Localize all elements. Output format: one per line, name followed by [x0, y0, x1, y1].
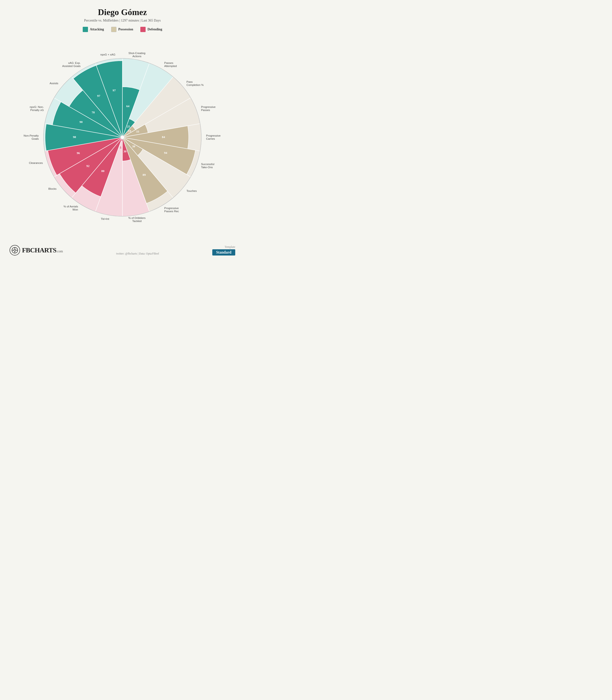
- svg-text:Non-Penalty: Non-Penalty: [24, 134, 39, 137]
- attacking-swatch: [83, 27, 88, 32]
- svg-text:npxG: Non-: npxG: Non-: [30, 106, 44, 108]
- logo-text-group: FBCHARTS.com: [22, 246, 63, 254]
- svg-text:Blocks: Blocks: [48, 187, 56, 190]
- legend-attacking: Attacking: [83, 27, 104, 32]
- svg-text:Won: Won: [72, 208, 78, 211]
- svg-text:92: 92: [86, 164, 89, 168]
- svg-text:Actions: Actions: [133, 55, 141, 58]
- svg-text:30: 30: [123, 149, 126, 153]
- svg-text:Pass: Pass: [186, 80, 193, 83]
- legend: Attacking Possession Defending: [83, 27, 162, 32]
- template-label: Template: [212, 245, 235, 249]
- svg-text:98: 98: [73, 135, 76, 139]
- svg-text:Penalty xG: Penalty xG: [30, 109, 44, 111]
- attacking-label: Attacking: [90, 27, 104, 31]
- svg-text:Carries: Carries: [206, 137, 215, 140]
- twitter-info: twitter: @fbcharts | Data: Opta/FBref: [116, 252, 159, 256]
- logo-text: FBCHARTS: [22, 246, 56, 254]
- template-badge: Standard: [212, 249, 235, 256]
- svg-text:Clearances: Clearances: [29, 161, 43, 164]
- possession-swatch: [111, 27, 116, 32]
- svg-text:Progressive: Progressive: [201, 106, 215, 108]
- logo-com: .com: [56, 250, 63, 253]
- svg-text:Touches: Touches: [186, 189, 197, 192]
- legend-possession: Possession: [111, 27, 133, 32]
- svg-text:80: 80: [101, 169, 105, 173]
- footer: FBCHARTS.com twitter: @fbcharts | Data: …: [5, 243, 240, 256]
- svg-text:Shot-Creating: Shot-Creating: [128, 52, 145, 55]
- svg-point-74: [14, 249, 16, 251]
- defending-swatch: [140, 27, 145, 32]
- svg-text:Take-Ons: Take-Ons: [201, 166, 213, 169]
- defending-label: Defending: [148, 27, 162, 31]
- svg-text:97: 97: [97, 94, 100, 98]
- radar-chart: 64251933849430893080929698907897975Shot-…: [15, 37, 230, 240]
- svg-text:Successful: Successful: [201, 163, 214, 165]
- svg-text:Tkl+Int: Tkl+Int: [101, 217, 110, 220]
- possession-label: Possession: [118, 27, 133, 31]
- svg-text:96: 96: [77, 151, 80, 155]
- svg-point-24: [121, 135, 124, 139]
- svg-text:Tackled: Tackled: [132, 220, 141, 223]
- svg-text:xAG: Exp.: xAG: Exp.: [68, 62, 81, 64]
- svg-text:Passes Rec: Passes Rec: [164, 210, 179, 213]
- legend-defending: Defending: [140, 27, 162, 32]
- svg-text:94: 94: [164, 151, 167, 154]
- svg-text:25: 25: [127, 125, 130, 128]
- svg-text:Progressive: Progressive: [164, 207, 179, 210]
- svg-text:Assists: Assists: [50, 82, 58, 85]
- svg-text:5: 5: [120, 146, 121, 149]
- logo-area: FBCHARTS.com: [10, 245, 63, 256]
- svg-text:19: 19: [128, 129, 131, 133]
- page-title: Diego Gómez: [98, 7, 147, 17]
- svg-text:84: 84: [162, 135, 165, 139]
- svg-text:89: 89: [143, 173, 146, 177]
- svg-text:Assisted Goals: Assisted Goals: [62, 65, 81, 67]
- svg-text:30: 30: [132, 145, 135, 148]
- svg-text:33: 33: [136, 130, 139, 133]
- svg-text:npxG + xAG: npxG + xAG: [100, 53, 115, 56]
- svg-text:Completion %: Completion %: [186, 83, 204, 86]
- svg-text:Attempted: Attempted: [164, 65, 177, 67]
- svg-text:% of Dribblers: % of Dribblers: [128, 216, 145, 219]
- svg-text:Progressive: Progressive: [206, 134, 221, 137]
- svg-text:% of Aerials: % of Aerials: [64, 205, 78, 208]
- logo-icon: [10, 245, 20, 256]
- subtitle: Percentile vs. Midfielders | 1297 minute…: [84, 19, 161, 23]
- svg-text:64: 64: [126, 104, 129, 108]
- svg-text:Passes: Passes: [164, 62, 173, 64]
- svg-text:78: 78: [92, 110, 95, 114]
- svg-text:97: 97: [113, 89, 116, 92]
- svg-text:Goals: Goals: [31, 137, 39, 140]
- template-area: Template Standard: [212, 245, 235, 256]
- svg-text:Passes: Passes: [201, 109, 210, 111]
- svg-text:90: 90: [79, 120, 82, 124]
